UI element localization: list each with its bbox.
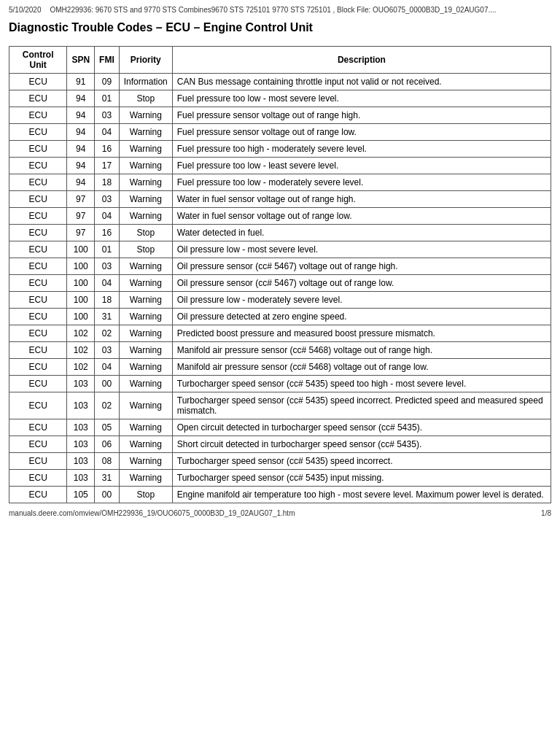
table-cell: 97 bbox=[67, 208, 95, 225]
table-cell: Fuel pressure too low - moderately sever… bbox=[172, 174, 551, 191]
table-cell: Warning bbox=[119, 436, 172, 453]
table-row: ECU9703WarningWater in fuel sensor volta… bbox=[9, 191, 551, 208]
col-header-description: Description bbox=[172, 47, 551, 74]
table-cell: ECU bbox=[9, 107, 67, 124]
table-cell: Warning bbox=[119, 342, 172, 359]
table-cell: Fuel pressure too high - moderately seve… bbox=[172, 141, 551, 158]
table-cell: 103 bbox=[67, 376, 95, 392]
table-cell: Water in fuel sensor voltage out of rang… bbox=[172, 208, 551, 225]
table-cell: Predicted boost pressure and measured bo… bbox=[172, 325, 551, 342]
table-cell: 103 bbox=[67, 392, 95, 419]
table-cell: Warning bbox=[119, 141, 172, 158]
table-row: ECU10331WarningTurbocharger speed sensor… bbox=[9, 470, 551, 487]
table-cell: ECU bbox=[9, 309, 67, 325]
table-cell: ECU bbox=[9, 225, 67, 241]
table-cell: Turbocharger speed sensor (cc# 5435) spe… bbox=[172, 376, 551, 392]
table-cell: 94 bbox=[67, 141, 95, 158]
table-cell: Engine manifold air temperature too high… bbox=[172, 487, 551, 503]
table-cell: 97 bbox=[67, 191, 95, 208]
table-row: ECU10300WarningTurbocharger speed sensor… bbox=[9, 376, 551, 392]
table-cell: ECU bbox=[9, 436, 67, 453]
table-cell: 04 bbox=[95, 359, 120, 376]
table-cell: 03 bbox=[95, 258, 120, 275]
footer-url: manuals.deere.com/omview/OMH229936_19/OU… bbox=[9, 509, 295, 517]
table-cell: Warning bbox=[119, 208, 172, 225]
table-cell: Water in fuel sensor voltage out of rang… bbox=[172, 191, 551, 208]
table-row: ECU9418WarningFuel pressure too low - mo… bbox=[9, 174, 551, 191]
table-cell: ECU bbox=[9, 275, 67, 292]
table-cell: Warning bbox=[119, 419, 172, 436]
table-cell: 100 bbox=[67, 292, 95, 309]
table-cell: 94 bbox=[67, 107, 95, 124]
table-cell: 01 bbox=[95, 90, 120, 107]
table-row: ECU10500StopEngine manifold air temperat… bbox=[9, 487, 551, 503]
table-cell: ECU bbox=[9, 376, 67, 392]
table-cell: Turbocharger speed sensor (cc# 5435) spe… bbox=[172, 392, 551, 419]
table-cell: Warning bbox=[119, 359, 172, 376]
table-cell: ECU bbox=[9, 141, 67, 158]
table-cell: ECU bbox=[9, 241, 67, 258]
table-cell: Warning bbox=[119, 309, 172, 325]
table-cell: CAN Bus message containing throttle inpu… bbox=[172, 74, 551, 90]
table-cell: 103 bbox=[67, 419, 95, 436]
table-row: ECU10308WarningTurbocharger speed sensor… bbox=[9, 453, 551, 470]
table-cell: 97 bbox=[67, 225, 95, 241]
table-cell: Warning bbox=[119, 258, 172, 275]
table-cell: Oil pressure detected at zero engine spe… bbox=[172, 309, 551, 325]
table-row: ECU10001StopOil pressure low - most seve… bbox=[9, 241, 551, 258]
table-cell: 03 bbox=[95, 107, 120, 124]
table-cell: Oil pressure low - moderately severe lev… bbox=[172, 292, 551, 309]
browser-bar: 5/10/2020 OMH229936: 9670 STS and 9770 S… bbox=[9, 6, 551, 14]
table-cell: 18 bbox=[95, 292, 120, 309]
table-cell: Warning bbox=[119, 275, 172, 292]
table-cell: Warning bbox=[119, 376, 172, 392]
table-cell: Stop bbox=[119, 241, 172, 258]
col-header-spn: SPN bbox=[67, 47, 95, 74]
table-row: ECU9416WarningFuel pressure too high - m… bbox=[9, 141, 551, 158]
table-cell: 31 bbox=[95, 470, 120, 487]
table-cell: Warning bbox=[119, 392, 172, 419]
table-cell: 16 bbox=[95, 141, 120, 158]
table-cell: ECU bbox=[9, 325, 67, 342]
table-cell: 94 bbox=[67, 158, 95, 174]
table-cell: ECU bbox=[9, 174, 67, 191]
table-cell: ECU bbox=[9, 124, 67, 141]
table-row: ECU10302WarningTurbocharger speed sensor… bbox=[9, 392, 551, 419]
table-cell: Warning bbox=[119, 107, 172, 124]
table-cell: 00 bbox=[95, 487, 120, 503]
table-cell: 06 bbox=[95, 436, 120, 453]
col-header-control-unit: Control Unit bbox=[9, 47, 67, 74]
table-cell: Fuel pressure too low - most severe leve… bbox=[172, 90, 551, 107]
table-cell: 102 bbox=[67, 325, 95, 342]
table-cell: 103 bbox=[67, 453, 95, 470]
table-row: ECU9704WarningWater in fuel sensor volta… bbox=[9, 208, 551, 225]
table-cell: Turbocharger speed sensor (cc# 5435) inp… bbox=[172, 470, 551, 487]
table-cell: 94 bbox=[67, 90, 95, 107]
table-cell: 91 bbox=[67, 74, 95, 90]
page-title: Diagnostic Trouble Codes – ECU – Engine … bbox=[9, 21, 551, 34]
table-row: ECU10031WarningOil pressure detected at … bbox=[9, 309, 551, 325]
table-cell: 103 bbox=[67, 470, 95, 487]
table-cell: Fuel pressure sensor voltage out of rang… bbox=[172, 124, 551, 141]
table-cell: ECU bbox=[9, 74, 67, 90]
table-cell: ECU bbox=[9, 158, 67, 174]
table-cell: Stop bbox=[119, 225, 172, 241]
dtc-table: Control Unit SPN FMI Priority Descriptio… bbox=[9, 46, 551, 503]
table-cell: Warning bbox=[119, 191, 172, 208]
table-row: ECU10018WarningOil pressure low - modera… bbox=[9, 292, 551, 309]
table-row: ECU10204WarningManifold air pressure sen… bbox=[9, 359, 551, 376]
table-cell: Stop bbox=[119, 90, 172, 107]
table-cell: Oil pressure sensor (cc# 5467) voltage o… bbox=[172, 258, 551, 275]
table-cell: Manifold air pressure sensor (cc# 5468) … bbox=[172, 359, 551, 376]
table-cell: 01 bbox=[95, 241, 120, 258]
table-cell: Warning bbox=[119, 453, 172, 470]
table-row: ECU10004WarningOil pressure sensor (cc# … bbox=[9, 275, 551, 292]
table-cell: 04 bbox=[95, 275, 120, 292]
table-cell: 04 bbox=[95, 124, 120, 141]
table-cell: Fuel pressure too low - least severe lev… bbox=[172, 158, 551, 174]
table-row: ECU10305WarningOpen circuit detected in … bbox=[9, 419, 551, 436]
table-cell: ECU bbox=[9, 487, 67, 503]
table-cell: 105 bbox=[67, 487, 95, 503]
table-row: ECU10306WarningShort circuit detected in… bbox=[9, 436, 551, 453]
table-cell: ECU bbox=[9, 208, 67, 225]
